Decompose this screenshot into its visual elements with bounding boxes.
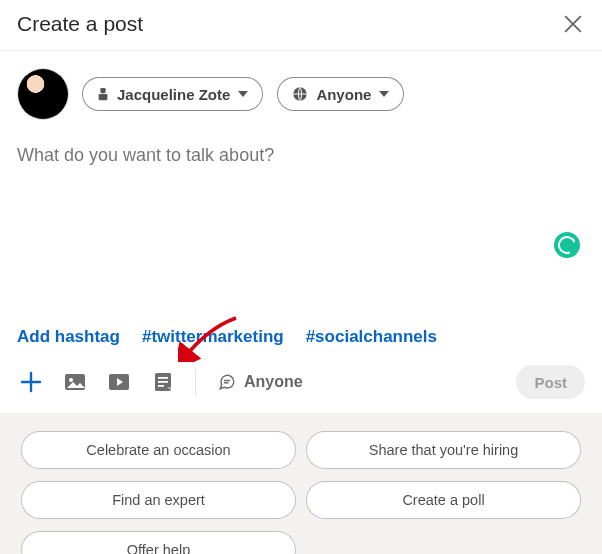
hashtag-suggestion[interactable]: #socialchannels xyxy=(306,327,437,347)
toolbar-divider xyxy=(195,369,196,395)
modal-header: Create a post xyxy=(0,0,602,51)
visibility-chip-label: Anyone xyxy=(316,86,371,103)
hashtag-row: Add hashtag #twittermarketing #socialcha… xyxy=(0,327,602,347)
globe-icon xyxy=(292,86,308,102)
suggestion-option[interactable]: Share that you're hiring xyxy=(306,431,581,469)
author-selector[interactable]: Jacqueline Zote xyxy=(82,77,263,111)
svg-rect-3 xyxy=(99,94,108,100)
grammarly-icon[interactable] xyxy=(554,232,580,258)
chat-icon xyxy=(218,373,236,391)
add-media-button[interactable] xyxy=(17,368,45,396)
post-suggestions-panel: Celebrate an occasion Share that you're … xyxy=(0,413,602,554)
post-button[interactable]: Post xyxy=(516,365,585,399)
close-icon[interactable] xyxy=(562,13,584,35)
suggestion-option[interactable]: Offer help xyxy=(21,531,296,554)
suggestion-option[interactable]: Find an expert xyxy=(21,481,296,519)
suggestion-option[interactable]: Create a poll xyxy=(306,481,581,519)
avatar[interactable] xyxy=(18,69,68,119)
video-icon[interactable] xyxy=(105,368,133,396)
chevron-down-icon xyxy=(238,91,248,98)
suggestion-option[interactable]: Celebrate an occasion xyxy=(21,431,296,469)
document-icon[interactable] xyxy=(149,368,177,396)
toolbar: Anyone Post xyxy=(0,347,602,413)
comment-visibility-button[interactable]: Anyone xyxy=(218,373,303,391)
person-icon xyxy=(97,87,109,101)
visibility-selector[interactable]: Anyone xyxy=(277,77,404,111)
author-name: Jacqueline Zote xyxy=(117,86,230,103)
svg-point-8 xyxy=(69,378,73,382)
svg-rect-12 xyxy=(158,381,168,383)
comment-visibility-label: Anyone xyxy=(244,373,303,391)
modal-title: Create a post xyxy=(17,12,143,36)
svg-rect-13 xyxy=(158,385,164,387)
post-editor[interactable]: What do you want to talk about? xyxy=(0,119,602,241)
svg-rect-11 xyxy=(158,377,168,379)
svg-rect-2 xyxy=(100,88,105,93)
photo-icon[interactable] xyxy=(61,368,89,396)
hashtag-suggestion[interactable]: #twittermarketing xyxy=(142,327,284,347)
chevron-down-icon xyxy=(379,91,389,98)
author-row: Jacqueline Zote Anyone xyxy=(0,51,602,119)
editor-placeholder: What do you want to talk about? xyxy=(17,145,274,165)
add-hashtag-button[interactable]: Add hashtag xyxy=(17,327,120,347)
